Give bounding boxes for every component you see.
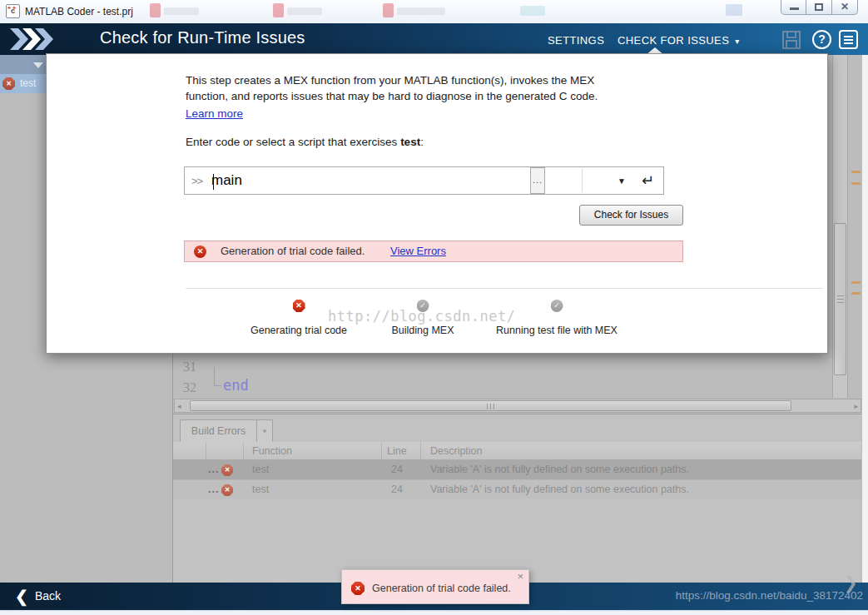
settings-menu[interactable]: SETTINGS <box>548 34 604 47</box>
column-description: Description <box>430 442 483 460</box>
check-runtime-issues-dialog: This step creates a MEX function from yo… <box>46 53 828 354</box>
help-icon[interactable]: ? <box>812 30 831 49</box>
background-browser-tab-icon <box>273 3 284 17</box>
matlab-coder-window: c MATLAB Coder - test.prj ✕ Check for Ru… <box>0 0 868 615</box>
footer-watermark: https://blog.csdn.net/baidu_38172402 <box>676 589 863 602</box>
tab-dropdown-icon[interactable]: ▾ <box>257 419 273 442</box>
script-input-value: main <box>211 172 242 189</box>
restore-icon <box>815 3 823 11</box>
dialog-description-line2: function, and reports issues that may be… <box>186 90 598 102</box>
cell-line: 24 <box>391 480 403 499</box>
cell-description: Variable 'A' is not fully defined on som… <box>430 480 689 499</box>
input-separator <box>582 169 583 192</box>
minimize-button[interactable] <box>781 0 806 15</box>
editor-line-number: 31 <box>183 360 196 374</box>
tab-build-errors[interactable]: Build Errors <box>180 419 257 442</box>
editor-line-number: 32 <box>183 380 196 395</box>
column-line: Line <box>387 442 407 460</box>
titlebar: c MATLAB Coder - test.prj ✕ <box>0 0 868 23</box>
text-cursor <box>213 174 214 190</box>
chevron-down-icon: ▾ <box>735 37 739 46</box>
window-right-edge <box>862 55 868 583</box>
minimize-icon <box>790 7 799 10</box>
error-banner: ✕ Generation of trial code failed. View … <box>184 241 683 262</box>
error-margin-marker[interactable] <box>851 281 861 284</box>
run-return-icon[interactable]: ↵ <box>642 171 654 190</box>
error-banner-message: Generation of trial code failed. <box>221 241 365 261</box>
page-title: Check for Run-Time Issues <box>100 28 305 47</box>
background-smudge <box>726 4 742 16</box>
build-errors-header-row: Function Line Description <box>173 442 861 460</box>
save-icon[interactable] <box>782 31 801 49</box>
exercise-prompt: Enter code or select a script that exerc… <box>186 136 424 148</box>
table-row[interactable]: ... ✕ test 24 Variable 'A' is not fully … <box>173 479 861 498</box>
matlab-coder-app-icon: c <box>6 4 20 18</box>
error-margin-marker[interactable] <box>851 292 861 295</box>
error-margin-marker[interactable] <box>851 182 861 185</box>
toast-close-icon[interactable]: × <box>517 570 523 583</box>
editor-horizontal-scrollbar[interactable]: ◂ ▸ <box>174 399 861 413</box>
check-for-issues-button[interactable]: Check for Issues <box>579 205 683 226</box>
learn-more-link[interactable]: Learn more <box>186 107 243 120</box>
close-button[interactable]: ✕ <box>832 0 858 15</box>
close-icon: ✕ <box>832 1 857 12</box>
hamburger-menu-icon[interactable] <box>839 30 858 49</box>
background-browser-tab-text <box>397 7 445 15</box>
scroll-right-arrow-icon[interactable]: ▸ <box>854 402 858 410</box>
vertical-scroll-thumb[interactable] <box>834 223 846 375</box>
error-circle-icon: ✕ <box>194 246 206 258</box>
scroll-grip <box>487 404 495 409</box>
window-controls: ✕ <box>781 0 858 15</box>
dialog-description-line1: This step creates a MEX function from yo… <box>186 74 594 87</box>
cell-function: test <box>252 480 269 499</box>
editor-vertical-scrollbar[interactable] <box>832 55 848 398</box>
background-browser-tab-text <box>164 7 199 15</box>
code-fold-elbow <box>214 367 221 386</box>
forward-arrow-icon: ❯ <box>844 573 858 593</box>
editor-code-keyword: end <box>223 377 249 394</box>
background-browser-tab-icon <box>150 3 161 17</box>
error-octagon-icon: ✕ <box>2 77 15 90</box>
column-function: Function <box>252 442 292 460</box>
back-chevron-icon[interactable]: ❮ <box>15 587 28 606</box>
exercised-function-name: test <box>400 136 420 148</box>
error-octagon-icon: ✕ <box>221 464 233 476</box>
scroll-grip <box>837 295 844 304</box>
error-margin-marker[interactable] <box>851 171 861 173</box>
back-button[interactable]: Back <box>35 589 61 603</box>
sidebar-item-label: test <box>20 74 36 93</box>
background-smudge <box>520 6 545 16</box>
browse-script-button[interactable]: ... <box>530 167 545 194</box>
cell-function: test <box>252 460 269 479</box>
collapse-triangle-icon <box>33 62 43 68</box>
steps-separator <box>186 288 823 289</box>
error-octagon-icon: ✕ <box>221 484 233 496</box>
input-dropdown-icon[interactable]: ▼ <box>618 176 626 186</box>
step-label: Running test file with MEX <box>465 325 648 336</box>
background-browser-tab-text <box>287 7 322 15</box>
step-pending-check-icon: ✓ <box>551 300 563 312</box>
table-row[interactable]: ... ✕ test 24 Variable 'A' is not fully … <box>173 460 861 479</box>
coder-chevrons-logo <box>10 28 57 50</box>
check-for-issues-menu[interactable]: CHECK FOR ISSUES▾ <box>618 34 740 47</box>
matlab-prompt-glyph: >> <box>191 175 202 187</box>
app-header-bar: Check for Run-Time Issues SETTINGS CHECK… <box>0 23 868 55</box>
row-more-button[interactable]: ... <box>208 480 219 499</box>
script-input[interactable]: >> main ▼ ↵ <box>184 166 664 195</box>
step-error-icon: ✕ <box>293 300 305 312</box>
background-browser-tab-icon <box>383 3 394 17</box>
watermark-text: http://blog.csdn.net/ <box>328 308 515 325</box>
cell-line: 24 <box>391 460 403 479</box>
view-errors-link[interactable]: View Errors <box>390 241 446 261</box>
toast-message: Generation of trial code failed. <box>372 583 511 594</box>
horizontal-scroll-thumb[interactable] <box>190 400 791 411</box>
error-toast: × ✕ Generation of trial code failed. <box>341 569 529 604</box>
build-errors-panel: Build Errors ▾ Function Line Description… <box>173 414 861 583</box>
cell-description: Variable 'A' is not fully defined on som… <box>430 460 689 479</box>
restore-button[interactable] <box>806 0 832 15</box>
scroll-left-arrow-icon[interactable]: ◂ <box>177 402 181 410</box>
window-title: MATLAB Coder - test.prj <box>25 6 133 17</box>
error-octagon-icon: ✕ <box>351 582 365 595</box>
row-more-button[interactable]: ... <box>208 460 219 479</box>
window-bottom-edge <box>0 610 868 615</box>
